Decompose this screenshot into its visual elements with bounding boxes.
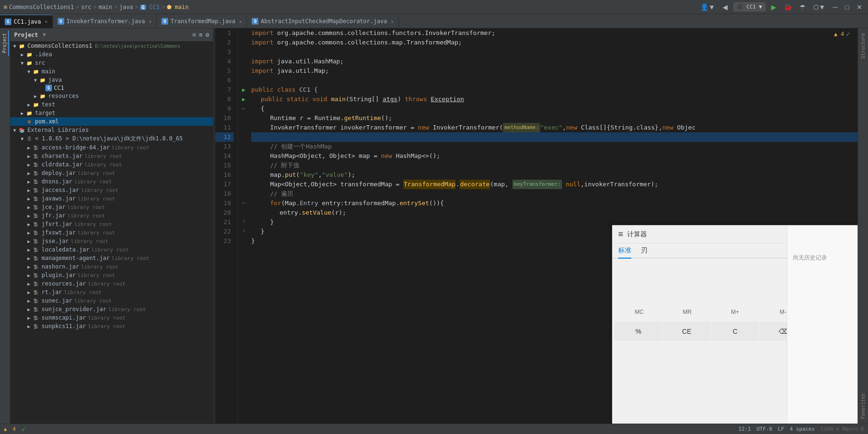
tree-jar-sunec[interactable]: ▶ 🗜 sunec.jar library root: [10, 296, 213, 305]
fold-19[interactable]: ⌐: [242, 200, 245, 207]
close-btn[interactable]: ✕: [855, 2, 864, 12]
close-tab-abstract[interactable]: ✕: [391, 19, 394, 24]
tree-jar-rt[interactable]: ▶ 🗜 rt.jar library root: [10, 288, 213, 296]
close-tab-cc1[interactable]: ✕: [45, 19, 48, 24]
tree-jdk[interactable]: ▼ 🗄 < 1.8.65 > D:\notes\java\jdk文件\jdk1.…: [10, 134, 213, 143]
tree-main[interactable]: ▼ 📁 main: [10, 67, 213, 76]
tree-target[interactable]: ▶ 📁 target: [10, 109, 213, 117]
coverage-btn[interactable]: ☂: [798, 2, 808, 12]
run-arrow-7[interactable]: ▶: [242, 87, 245, 93]
gutter-7[interactable]: ▶: [238, 85, 249, 95]
breadcrumb-part1[interactable]: CommonsCollections1: [9, 4, 74, 10]
tree-jar-nashorn[interactable]: ▶ 🗜 nashorn.jar library root: [10, 262, 213, 271]
arrow-jar-charsets: ▶: [26, 154, 32, 159]
avatar-btn[interactable]: 👤▼: [698, 2, 717, 12]
vtab-project[interactable]: Project: [1, 30, 9, 56]
tree-jar-cldrdata[interactable]: ▶ 🗜 cldrdata.jar library root: [10, 160, 213, 169]
vtab-structure[interactable]: Structure: [859, 30, 867, 61]
tree-java[interactable]: ▼ 📁 java: [10, 76, 213, 84]
vtab-favorites[interactable]: Favorites: [859, 391, 867, 422]
class-icon-cc1: G: [45, 85, 52, 91]
tree-pom[interactable]: ▶ m pom.xml: [10, 117, 213, 126]
minimize-btn[interactable]: ─: [831, 2, 840, 12]
breadcrumb-part3[interactable]: main: [99, 4, 112, 10]
arrow-jar-access: ▶: [26, 145, 32, 150]
tab-invoker[interactable]: Q InvokerTransformer.java ✕: [53, 15, 157, 28]
tree-jar-sunjce[interactable]: ▶ 🗜 sunjce_provider.jar library root: [10, 305, 213, 313]
close-tab-transformed[interactable]: ✕: [239, 19, 242, 24]
tree-jar-jfxswt[interactable]: ▶ 🗜 jfxswt.jar library root: [10, 228, 213, 237]
gutter-8[interactable]: ▶: [238, 95, 249, 104]
tab-transformed[interactable]: Q TransformedMap.java ✕: [157, 15, 247, 28]
tree-jar-javaws[interactable]: ▶ 🗜 javaws.jar library root: [10, 194, 213, 203]
calc-c-btn[interactable]: C: [711, 322, 759, 341]
tree-jar-resources[interactable]: ▶ 🗜 resources.jar library root: [10, 279, 213, 288]
tree-ext-lib[interactable]: ▼ 📚 External Libraries: [10, 126, 213, 134]
breadcrumb-part5[interactable]: G CC1: [140, 4, 160, 10]
tree-root[interactable]: ▼ 📁 CommonsCollections1 D:\notes\java\pr…: [10, 42, 213, 50]
code-8-params: (String[]: [346, 95, 383, 104]
tree-arrow-root: ▼: [11, 43, 18, 49]
maximize-btn[interactable]: □: [843, 2, 851, 12]
calc-tab-sci[interactable]: 刃: [641, 243, 647, 259]
calc-tab-standard[interactable]: 标准: [618, 243, 631, 259]
folder-icon-src: 📁: [26, 59, 33, 67]
tree-jar-jce[interactable]: ▶ 🗜 jce.jar library root: [10, 203, 213, 211]
debug-btn[interactable]: 🐞: [782, 2, 794, 12]
close-tab-invoker[interactable]: ✕: [149, 19, 152, 24]
tree-jar-sunpkcs11[interactable]: ▶ 🗜 sunpkcs11.jar library root: [10, 322, 213, 330]
run-arrow-8[interactable]: ▶: [242, 96, 245, 103]
run-btn[interactable]: ▶: [769, 2, 778, 12]
status-encoding: UTF-8: [757, 426, 772, 432]
tree-src[interactable]: ▼ 📁 src: [10, 59, 213, 67]
gutter-22[interactable]: └: [238, 227, 249, 236]
calc-hamburger-icon[interactable]: ≡: [618, 229, 623, 239]
tree-jar-jsse[interactable]: ▶ 🗜 jsse.jar library root: [10, 237, 213, 245]
arrow-jar-cldrdata: ▶: [26, 162, 32, 167]
tree-jar-mgmt[interactable]: ▶ 🗜 management-agent.jar library root: [10, 254, 213, 262]
tab-cc1[interactable]: G CC1.java ✕: [0, 15, 53, 28]
tree-test[interactable]: ▶ 📁 test: [10, 100, 213, 109]
calc-mplus-btn[interactable]: M+: [712, 306, 758, 318]
tree-jar-access[interactable]: ▶ 🗜 access-bridge-64.jar library root: [10, 143, 213, 152]
tree-jar-charsets[interactable]: ▶ 🗜 charsets.jar library root: [10, 152, 213, 160]
calc-mr-btn[interactable]: MR: [664, 306, 710, 318]
tree-jar-dnsns[interactable]: ▶ 🗜 dnsns.jar library root: [10, 177, 213, 186]
fold-9[interactable]: ⌐: [242, 105, 246, 113]
fold-21[interactable]: └: [242, 219, 245, 226]
tree-jar-jaccess[interactable]: ▶ 🗜 jaccess.jar library root: [10, 186, 213, 194]
label-jar-sunjce: sunjce_provider.jar: [42, 306, 106, 312]
sidebar-settings-btn[interactable]: ⚙: [205, 31, 209, 38]
tree-cc1[interactable]: ▶ G CC1: [10, 84, 213, 92]
sidebar-scope-btn[interactable]: ⊙: [193, 31, 196, 38]
status-copyright: CSDN ® Mauro K: [820, 426, 864, 432]
code-line-9: {: [251, 104, 858, 113]
tab-abstract[interactable]: Q AbstractInputCheckedMapDecorator.java …: [247, 15, 399, 28]
tree-jar-jfr[interactable]: ▶ 🗜 jfr.jar library root: [10, 211, 213, 220]
tree-jar-sunmscapi[interactable]: ▶ 🗜 sunmscapi.jar library root: [10, 313, 213, 322]
calc-mc-btn[interactable]: MC: [616, 306, 662, 318]
back-btn[interactable]: ◀: [721, 2, 730, 12]
gutter-19[interactable]: ⌐: [238, 199, 249, 208]
calc-ce-btn[interactable]: CE: [663, 322, 710, 341]
tree-jar-deploy[interactable]: ▶ 🗜 deploy.jar library root: [10, 169, 213, 177]
fold-22[interactable]: └: [242, 228, 245, 235]
sidebar-dropdown[interactable]: ▼: [43, 32, 46, 38]
run-config[interactable]: ⬛ CC1 ▼: [733, 2, 766, 11]
gutter-9[interactable]: ⌐: [238, 104, 249, 113]
sidebar-collapse-btn[interactable]: ≡: [199, 31, 203, 38]
tree-jar-localedata[interactable]: ▶ 🗜 localedata.jar library root: [10, 245, 213, 254]
breadcrumb-part2[interactable]: src: [81, 4, 92, 10]
tree-jar-plugin[interactable]: ▶ 🗜 plugin.jar library root: [10, 271, 213, 279]
profile-btn[interactable]: ⬡▼: [811, 2, 827, 12]
arrow-jar-sunjce: ▶: [26, 307, 32, 312]
breadcrumb-part4[interactable]: java: [119, 4, 133, 10]
breadcrumb-part6[interactable]: ⬟ main: [167, 4, 188, 10]
gutter-21[interactable]: └: [238, 217, 249, 227]
folder-icon-java: 📁: [39, 76, 46, 84]
tree-jar-jfxrt[interactable]: ▶ 🗜 jfxrt.jar library root: [10, 220, 213, 228]
jar-icon-jfr: 🗜: [32, 212, 40, 219]
tree-resources[interactable]: ▶ 📁 resources: [10, 92, 213, 100]
calc-percent-btn[interactable]: %: [614, 322, 662, 341]
tree-idea[interactable]: ▶ 📁 .idea: [10, 50, 213, 59]
